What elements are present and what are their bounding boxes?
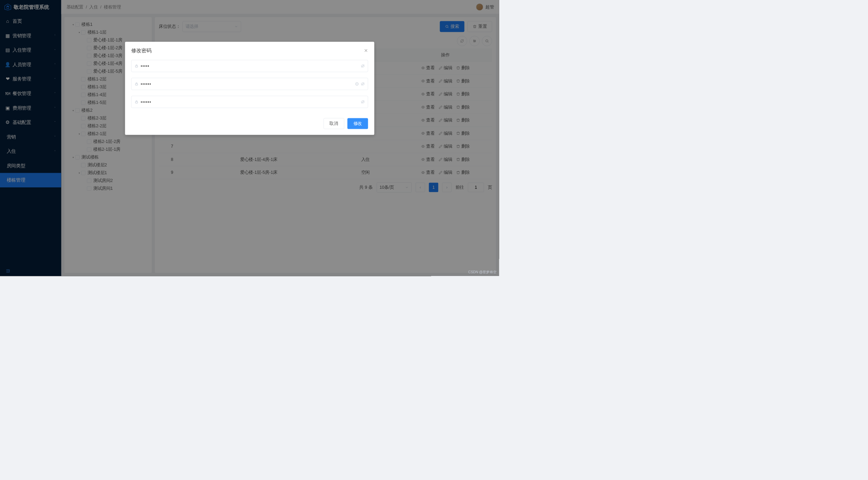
svg-rect-32: [135, 102, 138, 103]
lock-icon: [134, 82, 138, 86]
eye-off-icon[interactable]: [361, 100, 365, 104]
new-password-input[interactable]: [141, 82, 353, 86]
new-password-field[interactable]: [131, 78, 368, 90]
old-password-field[interactable]: [131, 60, 368, 72]
modal-overlay[interactable]: 修改密码 ✕ 取消 修改: [0, 0, 499, 276]
eye-off-icon[interactable]: [361, 82, 365, 86]
modal-title: 修改密码: [131, 47, 152, 54]
clear-icon[interactable]: [355, 82, 359, 86]
eye-off-icon[interactable]: [361, 64, 365, 68]
old-password-input[interactable]: [141, 64, 359, 68]
svg-rect-27: [135, 84, 138, 85]
confirm-password-field[interactable]: [131, 96, 368, 108]
lock-icon: [134, 64, 138, 68]
svg-rect-25: [135, 66, 138, 67]
confirm-button[interactable]: 修改: [347, 118, 368, 129]
watermark: CSDN @星梦终空: [468, 270, 497, 275]
change-password-modal: 修改密码 ✕ 取消 修改: [125, 42, 374, 135]
modal-close[interactable]: ✕: [364, 48, 368, 53]
cancel-button[interactable]: 取消: [324, 118, 344, 129]
confirm-password-input[interactable]: [141, 100, 359, 104]
lock-icon: [134, 100, 138, 104]
